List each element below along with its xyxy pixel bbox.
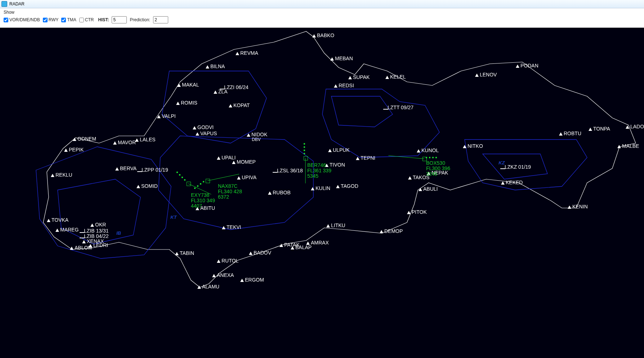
waypoint-label: ROMIS [181,100,197,106]
waypoint-makal: MAKAL [177,82,199,88]
waypoint-label: TOVKA [52,217,68,223]
rwy-checkbox[interactable]: RWY [43,17,59,22]
waypoint-label: KULIN [316,185,330,191]
waypoint-label: ULPUK [333,147,350,153]
waypoint-icon [417,149,420,153]
waypoint-label: ODNEM [77,136,96,142]
waypoint-icon [516,65,519,68]
waypoint-icon [115,167,119,171]
waypoint-label: MALBE [622,143,639,149]
waypoint-icon [291,246,294,249]
waypoint-rutol: RUTOL [217,258,238,264]
waypoint-label: TAGOD [341,183,358,189]
waypoint-icon [279,244,283,247]
nav-label: KZ [498,160,505,165]
ctr-checkbox-input[interactable] [79,18,84,22]
waypoint-icon [328,149,332,152]
pred-stepper[interactable] [153,16,168,23]
waypoint-icon [559,132,563,136]
vor-checkbox[interactable]: VOR/DME/NDB [4,17,40,22]
waypoint-ulpuk: ULPUK [328,147,350,153]
waypoint-pitok: PITOK [407,209,427,215]
waypoint-label: MEBAN [335,56,353,61]
waypoint-label: PITOK [412,209,427,215]
aircraft-prediction-line [305,158,306,184]
waypoint-icon [326,224,330,227]
aircraft-history-dot [304,153,305,154]
ctr-checkbox[interactable]: CTR [79,17,94,22]
aircraft-datablock[interactable]: BER746FL361 3395345 [307,163,331,179]
window-title: RADAR [9,1,24,6]
nav-label: IB [116,230,121,236]
waypoint-label: LITKU [331,222,345,228]
waypoint-label: PEPIK [69,147,84,153]
waypoint-bilna: BILNA [206,63,225,69]
waypoint-label: TIVON [330,162,345,168]
rwy-checkbox-input[interactable] [43,18,48,22]
tma-checkbox[interactable]: TMA [61,17,76,22]
runway-lzsl3618: LZSL 36/18 [277,168,303,173]
waypoint-label: GODVI [197,124,214,130]
aircraft-history-dot [203,181,204,182]
aircraft-datablock[interactable]: EXY738FL310 3494407 [191,193,215,209]
waypoint-ergom: ERGOM [240,277,264,283]
waypoint-kenin: KENIN [568,204,588,209]
waypoint-balap: BALAP [291,244,312,250]
waypoint-label: MAKAL [182,82,199,88]
waypoint-romis: ROMIS [176,100,197,106]
toolbar-group-label: Show [4,10,640,15]
aircraft-callsign: EXY738 [191,193,215,198]
waypoint-sublabel: DBV [252,137,267,142]
waypoint-icon [568,205,571,209]
aircraft-callsign: NAX87C [218,184,242,189]
waypoint-label: UPIVA [242,174,256,180]
aircraft-history-dot [432,157,434,158]
rwy-checkbox-label: RWY [49,17,59,22]
aircraft-line2: FL310 349 [191,198,215,203]
waypoint-icon [249,252,252,255]
waypoint-icon [330,57,334,61]
waypoint-icon [348,76,352,79]
waypoint-lenov: LENOV [475,72,497,78]
waypoint-label: TEPNI [361,155,375,161]
waypoint-label: OKR [95,222,106,227]
tma-checkbox-input[interactable] [61,18,66,22]
runway-label: LZZI 06/24 [224,84,249,90]
aircraft-history-dot [304,150,305,151]
waypoint-upiva: UPIVA [237,174,256,180]
waypoint-label: TONPA [593,126,610,132]
waypoint-icon [55,229,59,232]
aircraft-datablock[interactable]: BOX530FL300 3963245 [426,160,450,177]
waypoint-label: LALES [140,137,156,142]
waypoint-podan: PODAN [516,63,538,68]
app-icon [1,1,7,7]
waypoint-kelel: KELEL [385,74,406,80]
waypoint-label: KUNOL [421,147,439,153]
waypoint-pepik: PEPIK [64,147,84,153]
waypoint-icon [247,133,250,137]
aircraft-history-dot [426,157,427,158]
aircraft-callsign: BER746 [307,163,331,168]
waypoint-icon [206,65,209,68]
window-titlebar: RADAR [0,0,644,8]
radar-display[interactable]: BABKOREVMAMEBANBILNAPODANLENOVSUPAKKELEL… [0,28,644,358]
runway-label: LZKZ 01/19 [505,164,531,170]
waypoint-label: LENOV [480,72,497,78]
toolbar: Show VOR/DME/NDB RWY TMA CTR HIST: Predi… [0,8,644,28]
waypoint-icon [419,188,422,191]
waypoint-label: KEKED [506,180,523,185]
waypoint-label: SOMID [141,183,158,189]
waypoint-label: VAPUS [200,131,217,136]
aircraft-history-dot [304,143,305,145]
aircraft-line2: FL361 339 [307,168,331,173]
hist-stepper[interactable] [112,16,127,23]
waypoint-revma: REVMA [236,50,258,56]
waypoint-kopat: KOPAT [229,102,250,108]
aircraft-datablock[interactable]: NAX87CFL340 4286372 [218,184,242,200]
waypoint-odnem: ODNEM [73,136,96,142]
vor-checkbox-input[interactable] [4,18,8,22]
waypoint-mavor: MAVOR [113,140,136,145]
waypoint-icon [336,185,340,188]
waypoint-abuli: ABULI [419,186,438,192]
waypoint-label: VALPI [162,113,176,119]
